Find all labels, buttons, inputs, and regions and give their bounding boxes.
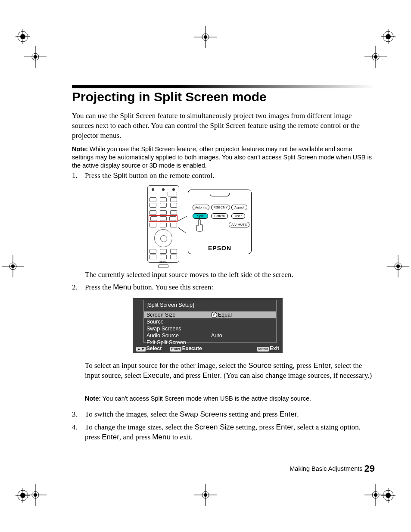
crop-mark-icon [24,484,47,506]
crop-mark-icon [387,255,409,277]
osd-row-screen-size: Screen Size ↲ Equal [144,311,276,318]
select-icon: ▲▼ [136,347,146,352]
intro-paragraph: You can use the Split Screen feature to … [72,111,375,141]
section-divider [72,85,375,88]
crop-mark-icon [2,255,24,277]
registration-mark-icon [381,29,395,44]
page-heading: Projecting in Split Screen mode [72,90,267,104]
step-4: 4. To change the image sizes, select the… [72,423,375,442]
note-1-label: Note: [72,146,88,152]
osd-screenshot: [Split Screen Setup] Screen Size ↲ Equal… [133,298,283,353]
osd-row-swap: Swap Screens [144,325,276,332]
step-2-instruction: To select an input source for the other … [85,361,375,381]
step-2-number: 2. [72,283,85,292]
osd-row-source: Source [144,318,276,325]
rgbcmy-button: RGBCMY [211,205,230,210]
step-3: 3.To switch the images, select the Swap … [72,410,375,420]
pattern-button: Pattern [211,213,228,219]
remote-highlighted-row [149,215,178,222]
step-1-result: The currently selected input source move… [85,270,375,280]
footer-section-title: Making Basic Adjustments [290,465,362,472]
step-4-number: 4. [72,423,85,432]
crop-mark-icon [364,484,387,506]
note-2: Note: You can't access Split Screen mode… [85,395,375,402]
crop-mark-icon [364,46,387,68]
return-icon: ↲ [211,312,217,318]
osd-row-audio: Audio SourceAuto [144,332,276,339]
remote-callout: Auto Iris RGBCMY Aspect Split Pattern Us… [188,190,252,254]
split-button-ref: Split [113,171,127,180]
note-2-text: You can't access Split Screen mode when … [101,395,311,402]
page-footer: Making Basic Adjustments 29 [290,463,375,474]
step-1-number: 1. [72,171,85,180]
remote-control-illustration: EPSON [147,185,179,263]
step-2: 2.Press the Menu button. You see this sc… [72,283,375,292]
pointing-hand-icon [195,219,204,235]
osd-title: [Split Screen Setup] [144,300,276,310]
step-3-number: 3. [72,410,85,420]
step-1: 1.Press the Split button on the remote c… [72,171,375,180]
osd-footer: ▲▼Select EnterExecute MenuExit [136,345,279,352]
aspect-button: Aspect [231,205,247,210]
user-button: User [231,213,245,219]
remote-figure: EPSON Auto Iris RGBCMY Aspect Split Patt… [147,185,255,263]
auto-iris-button: Auto Iris [193,205,209,210]
crop-mark-icon [194,484,217,506]
registration-mark-icon [16,29,30,44]
note-1: Note: While you use the Split Screen fea… [72,145,375,170]
epson-logo: EPSON [188,245,251,252]
av-mute-button: A/V MUTE [229,222,249,227]
page-number: 29 [364,463,375,474]
crop-mark-icon [194,26,217,48]
note-2-label: Note: [85,395,101,402]
note-1-text: While you use the Split Screen feature, … [72,146,372,169]
crop-mark-icon [24,46,47,68]
osd-row-exit: Exit Split Screen [144,339,276,346]
split-button: Split [193,213,208,219]
menu-button-ref: Menu [113,283,131,291]
